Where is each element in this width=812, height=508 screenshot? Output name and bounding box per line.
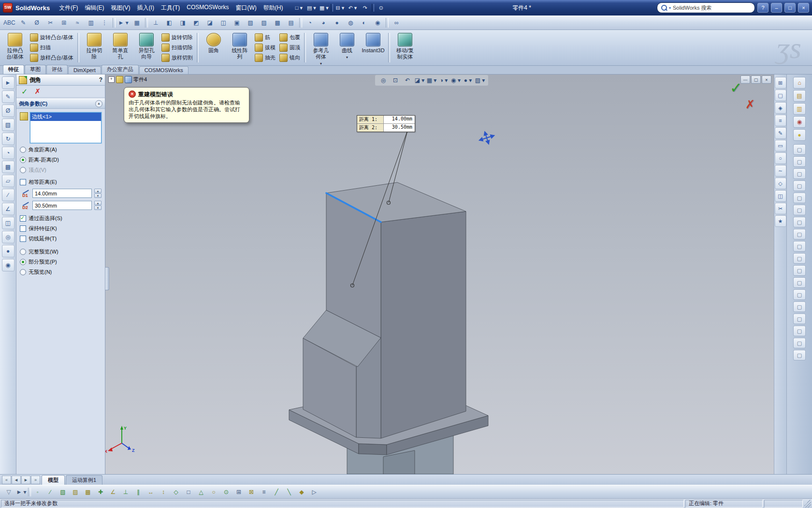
option-select-through-faces[interactable]: 通过面选择(S) [20,215,102,222]
back-view-icon[interactable]: ◨ [176,17,189,28]
hyperlink-icon[interactable]: ∞ [390,17,403,28]
instant3d-button[interactable]: Instant3D [360,31,386,64]
option-full-preview[interactable]: 完整预览(W) [20,248,102,255]
help-icon[interactable]: ? [99,76,102,83]
previous-view-icon[interactable]: ↶ [402,75,413,85]
undo-icon[interactable]: ↶ ▾ [347,3,358,13]
task-pane-icon[interactable]: ▢ [793,350,806,360]
boss-extrude-button[interactable]: 拉伸凸 台/基体 [2,31,28,64]
menu-item[interactable]: 编辑(E) [82,2,108,14]
task-pane-icon[interactable]: ▢ [793,289,806,300]
revolve-icon[interactable]: ↻ [2,133,14,145]
filter-perpendicular-icon[interactable]: ⊥ [120,487,131,497]
confirm-accept-icon[interactable]: ✓ [730,79,742,96]
filter-cross-icon[interactable]: ⊠ [246,487,257,497]
chamfer-parameters-group[interactable]: 倒角参数(C) ▴ [16,99,105,109]
checkbox-icon[interactable] [20,215,26,222]
ok-button[interactable]: ✓ [21,87,28,96]
reference-plane-icon[interactable]: ▱ [2,175,14,187]
trim-icon[interactable]: ✂ [775,203,786,214]
zoom-fit-icon[interactable]: ◎ [378,75,389,85]
toolbar-separator[interactable] [372,4,374,12]
commandmanager-tab[interactable]: COSMOSWorks [139,66,188,74]
panel-splitter-handle[interactable] [105,267,109,290]
shadow-icon[interactable]: ◐ [358,17,371,28]
rebuild-icon[interactable]: ⊙ [375,3,387,13]
commandmanager-tab[interactable]: DimXpert [68,66,101,74]
option-partial-preview[interactable]: 部分预览(P) [20,258,102,266]
radio-icon[interactable] [20,259,26,265]
convert-entities-icon[interactable]: ⊞ [58,17,71,28]
print-icon[interactable]: ⊟ ▾ [334,3,346,13]
toolbar-separator[interactable] [299,18,302,28]
search-input[interactable]: SolidWorks 搜索 [673,4,711,12]
task-pane-icon[interactable]: ▢ [793,168,806,179]
select-tool-icon[interactable]: ► ▾ [117,17,130,28]
tab-nav-button[interactable]: » [31,476,40,484]
filter-triangle-icon[interactable]: △ [195,487,207,497]
filter-edges-icon[interactable]: ∕ [44,487,56,497]
task-pane-icon[interactable]: ▢ [793,205,806,215]
task-pane-icon[interactable]: ▢ [793,241,806,252]
left-view-icon[interactable]: ◩ [190,17,203,28]
filter-point-icon[interactable]: ⊙ [220,487,232,497]
chevron-down-icon[interactable]: ▾ [669,6,671,10]
full-screen-icon[interactable]: ⊞ [775,77,786,89]
filter-midpoint-icon[interactable]: ◇ [170,487,182,497]
simple-hole-button[interactable]: 简单直 孔 [107,31,133,64]
feature-menu-item[interactable]: 筋 [255,33,276,42]
file-explorer-icon[interactable]: ▥ [793,103,806,115]
feature-menu-item[interactable]: 放样凸台/基体 [30,54,73,62]
move-copy-bodies-button[interactable]: 移动/复 制实体 [392,31,418,64]
search-box[interactable]: ▾ SolidWorks 搜索 [657,2,755,13]
display-style-icon[interactable]: ◑ ▾ [438,75,449,85]
distance2-input[interactable]: 30.50mm [32,201,92,210]
graphics-viewport[interactable]: Y X Z ◎⊡↶◪ ▾▦ ▾◑ ▾◉ ▾● ▾▧ ▾ — ▢ × + 零件4 … [105,75,774,474]
filter-run-icon[interactable]: ▷ [308,487,320,497]
toolbar-separator[interactable] [28,488,31,496]
spelling-checker-icon[interactable]: ABC [2,17,16,28]
toolbar-separator[interactable] [113,18,116,28]
study-tab[interactable]: 运动算例1 [66,475,102,485]
dimension-icon[interactable]: Ø [2,105,14,117]
ruler-icon[interactable]: ≡ [775,115,786,126]
pattern-icon[interactable]: ▩ [2,161,14,173]
perspective-icon[interactable]: ◉ [371,17,384,28]
wireframe-icon[interactable]: ◔ [304,17,317,28]
filter-grid-icon[interactable]: ⊞ [233,487,245,497]
axis-icon[interactable]: ∕ [2,189,14,201]
model-right-face[interactable] [381,211,466,438]
task-pane-icon[interactable]: ▢ [793,144,806,155]
task-pane-icon[interactable]: ▢ [793,326,806,336]
expand-tree-icon[interactable]: + [108,76,115,83]
model-flange-front-face[interactable] [359,444,387,455]
chamfer-dimension-callout[interactable]: 距离 1: 14.00mm 距离 2: 30.50mm [357,115,415,132]
task-pane-icon[interactable]: ▢ [793,253,806,264]
solidworks-resources-icon[interactable]: ⌂ [793,77,806,89]
zoom-icon[interactable]: ◎ [2,231,14,243]
distance2-stepper[interactable]: ▲▼ [94,201,102,210]
commandmanager-tab[interactable]: 特征 [3,65,24,74]
tab-nav-button[interactable]: ◄ [12,476,21,484]
shaded-with-edges-icon[interactable]: ◍ [344,17,357,28]
redo-icon[interactable]: ↷ [359,3,371,13]
menu-item[interactable]: 窗口(W) [232,2,260,14]
filter-circle-icon[interactable]: ○ [208,487,219,497]
tab-nav-button[interactable]: ► [21,476,30,484]
radio-icon[interactable] [20,269,26,275]
distance1-stepper[interactable]: ▲▼ [94,189,102,198]
task-pane-icon[interactable]: ▢ [793,265,806,276]
filter-surface-bodies-icon[interactable]: ▨ [70,487,81,497]
option-no-preview[interactable]: 无预览(N) [20,269,102,276]
filter-backslash-icon[interactable]: ╲ [283,487,295,497]
polygon-icon[interactable]: ◇ [775,178,786,189]
task-pane-icon[interactable]: ▢ [793,338,806,348]
task-pane-icon[interactable]: ▢ [793,156,806,167]
circle-tool-icon[interactable]: ○ [775,152,786,164]
zoom-area-icon[interactable]: ⊡ [390,75,401,85]
callout-value[interactable]: 14.00mm [384,116,415,123]
appearances-icon[interactable]: ● [793,129,806,141]
menu-item[interactable]: 插入(I) [134,2,158,14]
close-button[interactable]: × [798,3,809,13]
maximize-button[interactable]: □ [784,3,796,13]
